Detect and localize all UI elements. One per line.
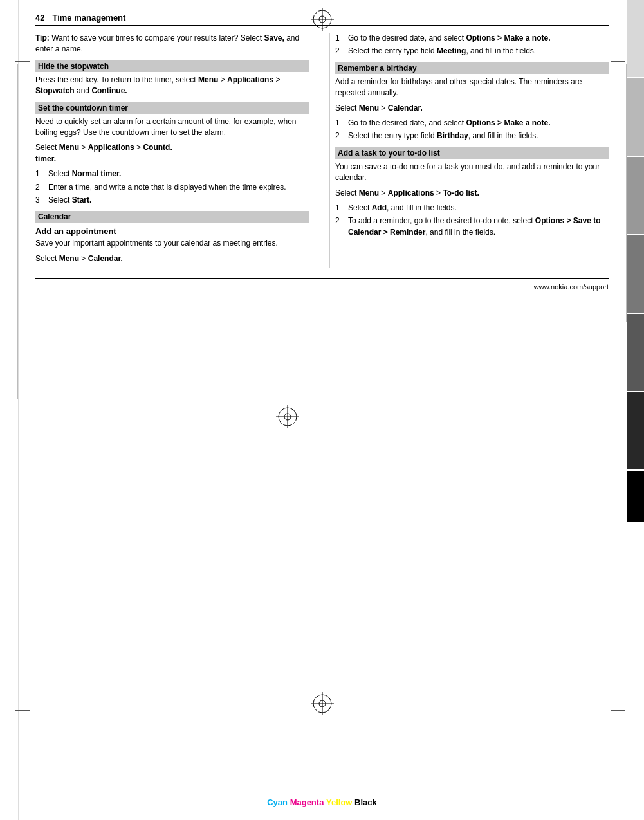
corner-mark-br2 (611, 710, 625, 711)
page-footer: www.nokia.com/support (35, 283, 609, 291)
todo-body: You can save a to-do note for a task you… (335, 161, 609, 184)
countdown-steps-list: 1 Select Normal timer. 2 Enter a time, a… (35, 169, 309, 206)
calendar-header: Calendar (35, 211, 309, 223)
main-content: 42 Time management Tip: Want to save you… (23, 0, 621, 301)
add-appointment-subheader: Add an appointment (35, 226, 309, 236)
color-tab-4 (627, 235, 644, 313)
tip-label: Tip: (35, 33, 50, 42)
list-item: 2 To add a reminder, go to the desired t… (335, 215, 609, 238)
appointment-steps-list: 1 Go to the desired date, and select Opt… (335, 33, 609, 57)
color-tab-1 (627, 0, 644, 77)
two-column-layout: Tip: Want to save your times to compare … (35, 33, 609, 268)
hide-stopwatch-header: Hide the stopwatch (35, 60, 309, 72)
hide-stopwatch-body: Press the end key. To return to the time… (35, 75, 309, 97)
reg-mark-bottom2 (311, 692, 334, 717)
list-item: 3 Select Start. (35, 195, 309, 206)
tip-save-bold: Save, (264, 33, 284, 42)
todo-steps-list: 1 Select Add, and fill in the fields. 2 … (335, 203, 609, 238)
todo-header: Add a task to your to-do list (335, 147, 609, 159)
page-number: 42 (35, 13, 44, 23)
corner-mark-bl (15, 399, 30, 399)
cmyk-black: Black (354, 797, 377, 807)
footer-url: www.nokia.com/support (534, 283, 609, 291)
birthday-body: Add a reminder for birthdays and other s… (335, 77, 609, 99)
cmyk-cyan: Cyan (267, 797, 288, 807)
tip-paragraph: Tip: Want to save your times to compare … (35, 33, 309, 55)
left-column: Tip: Want to save your times to compare … (35, 33, 314, 268)
list-item: 1 Select Add, and fill in the fields. (335, 203, 609, 214)
list-item: 1 Select Normal timer. (35, 169, 309, 179)
side-line-right (626, 64, 627, 322)
cmyk-magenta: Magenta (290, 797, 324, 807)
page-header: 42 Time management (35, 13, 609, 26)
list-item: 2 Select the entry type field Meeting, a… (335, 46, 609, 57)
corner-mark-bl2 (15, 710, 30, 711)
list-item: 2 Select the entry type field Birthday, … (335, 131, 609, 141)
list-item: 1 Go to the desired date, and select Opt… (335, 33, 609, 44)
color-tab-2 (627, 78, 644, 156)
todo-select: Select Menu > Applications > To-do list. (335, 188, 609, 199)
birthday-header: Remember a birthday (335, 62, 609, 74)
countdown-timer-header: Set the countdown timer (35, 102, 309, 114)
birthday-select: Select Menu > Calendar. (335, 103, 609, 114)
corner-mark-br (611, 399, 625, 399)
countdown-select-text: Select Menu > Applications > Countd.time… (35, 142, 309, 165)
list-item: 2 Enter a time, and write a note that is… (35, 182, 309, 193)
list-item: 1 Go to the desired date, and select Opt… (335, 118, 609, 129)
reg-mark-bottom (276, 405, 299, 430)
tip-text-body: Want to save your times to compare your … (51, 33, 264, 42)
calendar-body: Save your important appointments to your… (35, 238, 309, 249)
page: 42 Time management Tip: Want to save you… (0, 0, 644, 820)
bottom-section (0, 379, 644, 598)
right-column: 1 Go to the desired date, and select Opt… (329, 33, 609, 268)
page-title: Time management (52, 13, 125, 23)
footer-rule (35, 278, 609, 279)
birthday-steps-list: 1 Go to the desired date, and select Opt… (335, 118, 609, 142)
cmyk-yellow: Yellow (326, 797, 352, 807)
color-tab-3 (627, 157, 644, 234)
cmyk-bar: Cyan Magenta Yellow Black (267, 797, 377, 807)
calendar-select: Select Menu > Calendar. (35, 253, 309, 264)
countdown-timer-body: Need to quickly set an alarm for a certa… (35, 116, 309, 139)
side-line-left (17, 64, 18, 399)
